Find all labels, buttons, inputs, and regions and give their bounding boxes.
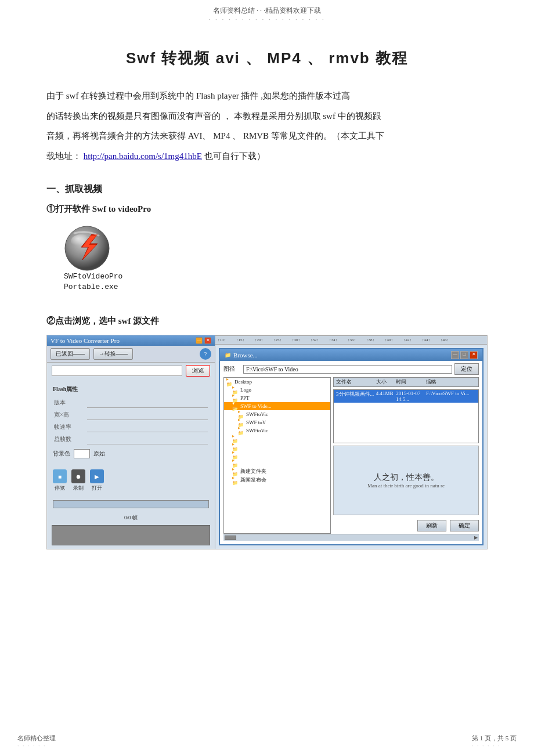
- footer-left-dots: · · · · · ·: [17, 743, 56, 749]
- software-name-label: SWFtoVideoPro Portable.exe: [64, 272, 122, 292]
- address-row: 图径 F:\Vico\SWF to Video 定位: [220, 361, 482, 377]
- file-name: 3分钟视频画件...: [336, 390, 376, 402]
- tree-item-newfolder[interactable]: ▸📁 新建文件夹: [224, 467, 330, 476]
- page-footer: 名师精心整理 · · · · · · 第 1 页，共 5 页 · · · · ·…: [0, 734, 534, 749]
- stop-label: 停览: [55, 484, 65, 492]
- scroll-arrow[interactable]: ▶: [474, 535, 478, 540]
- minimize-icon[interactable]: —: [196, 337, 203, 344]
- help-icon[interactable]: ?: [200, 348, 211, 360]
- tree-item-ppt[interactable]: ▸📁 PPT: [224, 394, 330, 402]
- progress-text: 0/0 帧: [47, 514, 215, 522]
- dialog-title-area: 📁 Browse...: [225, 352, 258, 359]
- folder-tree: ▸📁 Desktop ▸📁 Logo ▸📁 PPT: [223, 377, 331, 534]
- download-link[interactable]: http://pan.baidu.com/s/1mg41hbE: [84, 151, 202, 161]
- intro-para2: 的话转换出来的视频是只有图像而没有声音的 ， 本教程是采用分别抓取 swf 中的…: [46, 111, 381, 121]
- preview-text-en: Man at their birth are good in natu re: [367, 483, 445, 489]
- preview-content: 人之初，性本善。 Man at their birth are good in …: [334, 446, 478, 515]
- tree-item-logo[interactable]: ▸📁 Logo: [224, 386, 330, 394]
- file-list-header: 文件名 大小 时间 缩略: [333, 377, 479, 387]
- col-name: 文件名: [336, 378, 376, 386]
- intro-paragraph: 由于 swf 在转换过程中会用到系统中的 Flash player 插件 ,如果…: [46, 86, 488, 166]
- back-button[interactable]: 已返回——: [50, 348, 90, 360]
- intro-para1: 由于 swf 在转换过程中会用到系统中的 Flash player 插件 ,如果…: [46, 91, 350, 100]
- horizontal-scrollbar[interactable]: ▶: [223, 534, 479, 541]
- action-group-record: ⏺ 录制: [71, 469, 85, 492]
- dialog-close[interactable]: ✕: [470, 351, 478, 359]
- main-content: Swf 转视频 avi 、 MP4 、 rmvb 教程 由于 swf 在转换过程…: [0, 25, 534, 590]
- step2-label: ②点击浏览，选中 swf 源文件: [46, 316, 488, 327]
- swf-titlebar: VF to Video Converter Pro — ✕: [47, 335, 215, 346]
- browse-button[interactable]: 浏览: [186, 365, 210, 377]
- record-label: 录制: [73, 484, 84, 492]
- tree-item-extra4[interactable]: ▸📁: [224, 459, 330, 467]
- tree-item-extra3[interactable]: ▸📁: [224, 451, 330, 459]
- tree-item-desktop[interactable]: ▸📁 Desktop: [224, 378, 330, 386]
- top-header: 名师资料总结 · · ·精品资料欢迎下载 · · · · · · · · · ·…: [0, 0, 534, 25]
- software-icon-area: SWFtoVideoPro Portable.exe: [64, 225, 128, 292]
- file-size: 4.41MB: [376, 390, 396, 402]
- tree-item-extra2[interactable]: ▸📁: [224, 443, 330, 451]
- file-time: 2015-01-07 14:5...: [396, 390, 426, 402]
- page-wrapper: 名师资料总结 · · ·精品资料欢迎下载 · · · · · · · · · ·…: [0, 0, 534, 756]
- folder-icon: ▸📁: [232, 468, 239, 475]
- progress-bar: [53, 500, 209, 508]
- action-group-open: ▶ 打开: [90, 469, 104, 492]
- close-icon[interactable]: ✕: [204, 337, 211, 344]
- file-path: F:\Vico\SWF to Vi...: [426, 390, 476, 402]
- dialog-titlebar: 📁 Browse... — □ ✕: [220, 349, 482, 361]
- dialog-title: Browse...: [233, 352, 258, 359]
- file-item-video[interactable]: 3分钟视频画件... 4.41MB 2015-01-07 14:5... F:\…: [334, 390, 478, 403]
- scroll-thumb[interactable]: [225, 536, 236, 540]
- file-browser-dialog: 📁 Browse... — □ ✕ 图径 F: [219, 348, 484, 545]
- header-line1: 名师资料总结 · · ·精品资料欢迎下载: [0, 6, 534, 16]
- addr-label: 图径: [223, 365, 241, 373]
- color-swatch[interactable]: [74, 449, 90, 458]
- footer-right: 第 1 页，共 5 页 · · · · · ·: [472, 734, 517, 749]
- dialog-minimize[interactable]: —: [451, 351, 459, 359]
- swf-right-panel: ↑10↑ ↑15↑ ↑20↑ ↑25↑ ↑30↑ ↑32↑ ↑34↑ ↑36↑ …: [215, 335, 487, 549]
- left-preview-area: [52, 525, 210, 545]
- open-icon[interactable]: ▶: [90, 469, 104, 483]
- stop-icon[interactable]: ■: [53, 469, 67, 483]
- flash-logo-icon: [64, 225, 110, 272]
- preview-text-cn: 人之初，性本善。: [374, 472, 439, 483]
- browser-main-area: ▸📁 Desktop ▸📁 Logo ▸📁 PPT: [220, 377, 482, 534]
- action-group-stop: ■ 停览: [53, 469, 67, 492]
- dialog-maximize[interactable]: □: [460, 351, 468, 359]
- col-path: 缩略: [426, 378, 476, 386]
- addr-input[interactable]: F:\Vico\SWF to Video: [243, 365, 452, 374]
- bgcolor-row: 背景色 原始: [53, 448, 209, 459]
- locate-button[interactable]: 定位: [454, 363, 479, 375]
- intro-para4: 载地址：: [46, 151, 81, 161]
- file-list-panel: 文件名 大小 时间 缩略 3分钟视频画件... 4.41MB: [333, 377, 479, 534]
- tree-item-newsrelease[interactable]: ▸📁 新闻发布会: [224, 476, 330, 484]
- swf-converter-screenshot: VF to Video Converter Pro — ✕ 已返回—— →转换—…: [46, 335, 488, 549]
- footer-right-dots: · · · · · ·: [472, 743, 517, 749]
- file-list-body: 3分钟视频画件... 4.41MB 2015-01-07 14:5... F:\…: [333, 389, 479, 443]
- confirm-button[interactable]: 确定: [450, 520, 479, 531]
- intro-para4end: 也可自行下载）: [204, 151, 265, 161]
- step1-label: ①打开软件 Swf to videoPro: [46, 204, 488, 215]
- refresh-button[interactable]: 刷新: [417, 520, 446, 531]
- dialog-controls: — □ ✕: [451, 351, 478, 359]
- tree-item-extra1[interactable]: ▸📁: [224, 435, 330, 443]
- folder-icon: ▸📁: [232, 460, 239, 466]
- col-size: 大小: [376, 378, 396, 386]
- convert-button[interactable]: →转换——: [93, 348, 133, 360]
- footer-left-label: 名师精心整理: [17, 734, 56, 743]
- flash-properties: Flash属性 版本 宽×高 帧速率 总帧数 背景色 原始: [47, 379, 215, 466]
- tree-item-swftovic2[interactable]: ▸📁 SWFtoVic: [224, 426, 330, 435]
- swf-ui: VF to Video Converter Pro — ✕ 已返回—— →转换—…: [47, 335, 487, 549]
- footer-left: 名师精心整理 · · · · · ·: [17, 734, 56, 749]
- col-time: 时间: [396, 378, 426, 386]
- swf-title-text: VF to Video Converter Pro: [50, 337, 120, 344]
- record-icon[interactable]: ⏺: [71, 469, 85, 483]
- browser-bottom-btns: 刷新 确定: [333, 518, 479, 534]
- props-table: 版本 宽×高 帧速率 总帧数: [53, 396, 209, 446]
- page-title: Swf 转视频 avi 、 MP4 、 rmvb 教程: [46, 48, 488, 68]
- preview-area: 人之初，性本善。 Man at their birth are good in …: [333, 446, 479, 515]
- file-path-input[interactable]: [52, 366, 182, 376]
- folder-icon: ▸📁: [232, 477, 239, 484]
- header-dots: · · · · · · · · · · · · · · · · · ·: [0, 16, 534, 23]
- action-icons: ■ 停览 ⏺ 录制 ▶ 打开: [53, 469, 209, 492]
